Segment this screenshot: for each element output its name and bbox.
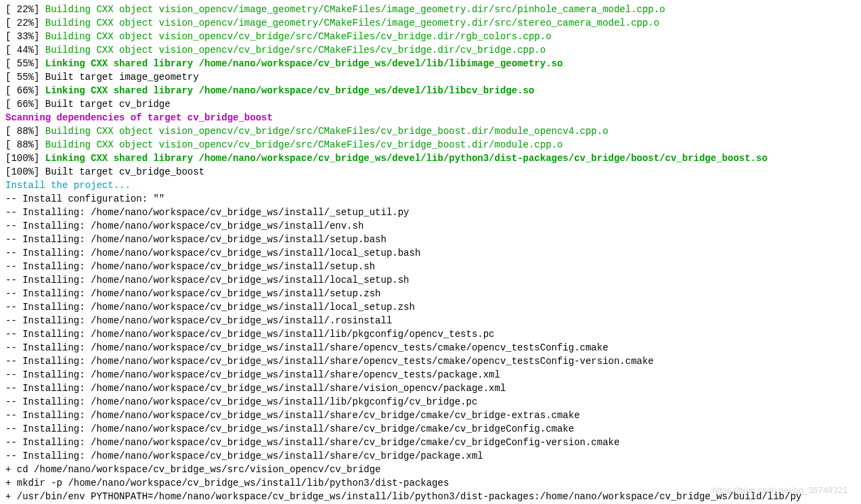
install-output-line: -- Installing: /home/nano/workspace/cv_b… [5, 219, 856, 233]
build-message: Building CXX object vision_opencv/cv_bri… [45, 139, 563, 150]
build-message: Linking CXX shared library /home/nano/wo… [45, 58, 563, 69]
build-message: Building CXX object vision_opencv/cv_bri… [45, 31, 552, 42]
install-output-line: -- Installing: /home/nano/workspace/cv_b… [5, 300, 856, 314]
build-output-line: [100%] Linking CXX shared library /home/… [5, 152, 856, 165]
progress-percent: [ 22%] [5, 4, 45, 15]
install-output-line: -- Installing: /home/nano/workspace/cv_b… [5, 273, 856, 287]
build-message: Building CXX object vision_opencv/cv_bri… [45, 45, 546, 55]
build-message: Built target cv_bridge [45, 99, 171, 110]
install-output-line: -- Installing: /home/nano/workspace/cv_b… [5, 314, 856, 327]
install-output-line: -- Installing: /home/nano/workspace/cv_b… [5, 287, 856, 300]
progress-percent: [ 44%] [5, 45, 45, 55]
install-output-line: -- Installing: /home/nano/workspace/cv_b… [5, 260, 856, 273]
build-output-line: [ 55%] Linking CXX shared library /home/… [5, 57, 856, 70]
progress-percent: [ 66%] [5, 85, 45, 96]
build-output-line: [ 66%] Linking CXX shared library /home/… [5, 84, 856, 97]
build-output-line: [ 55%] Built target image_geometry [5, 70, 856, 84]
progress-percent: [100%] [5, 153, 45, 164]
install-output-line: -- Installing: /home/nano/workspace/cv_b… [5, 327, 856, 341]
progress-percent: [ 88%] [5, 139, 45, 150]
build-message: Building CXX object vision_opencv/cv_bri… [45, 126, 609, 137]
install-output-line: -- Installing: /home/nano/workspace/cv_b… [5, 354, 856, 368]
build-output-line: [ 88%] Building CXX object vision_opencv… [5, 138, 856, 152]
build-output-line: [100%] Built target cv_bridge_boost [5, 165, 856, 179]
progress-percent: [ 55%] [5, 58, 45, 69]
install-output-line: -- Installing: /home/nano/workspace/cv_b… [5, 368, 856, 382]
install-output-line: + mkdir -p /home/nano/workspace/cv_bridg… [5, 476, 856, 490]
install-output-line: -- Installing: /home/nano/workspace/cv_b… [5, 233, 856, 246]
build-output-line: [ 33%] Building CXX object vision_opencv… [5, 30, 856, 43]
install-output-line: -- Installing: /home/nano/workspace/cv_b… [5, 382, 856, 395]
build-message: Linking CXX shared library /home/nano/wo… [45, 85, 535, 96]
install-output-line: + cd /home/nano/workspace/cv_bridge_ws/s… [5, 463, 856, 476]
progress-percent: [ 33%] [5, 31, 45, 42]
install-output-line: -- Installing: /home/nano/workspace/cv_b… [5, 449, 856, 463]
progress-percent: [ 66%] [5, 99, 45, 110]
install-output-line: + /usr/bin/env PYTHONPATH=/home/nano/wor… [5, 490, 856, 503]
install-output-line: -- Install configuration: "" [5, 192, 856, 206]
install-output-line: -- Installing: /home/nano/workspace/cv_b… [5, 341, 856, 354]
install-output-line: -- Installing: /home/nano/workspace/cv_b… [5, 422, 856, 436]
install-output-line: -- Installing: /home/nano/workspace/cv_b… [5, 395, 856, 409]
install-output-line: -- Installing: /home/nano/workspace/cv_b… [5, 436, 856, 449]
build-message: Building CXX object vision_opencv/image_… [45, 4, 665, 15]
progress-percent: [ 55%] [5, 72, 45, 83]
build-message: Built target image_geometry [45, 72, 199, 83]
install-output-line: -- Installing: /home/nano/workspace/cv_b… [5, 246, 856, 260]
terminal-output: [ 22%] Building CXX object vision_opencv… [5, 3, 856, 503]
build-output-line: [ 22%] Building CXX object vision_opencv… [5, 16, 856, 30]
install-header-line: Install the project... [5, 179, 856, 192]
build-output-line: [ 88%] Building CXX object vision_opencv… [5, 124, 856, 138]
build-output-line: [ 44%] Building CXX object vision_opencv… [5, 43, 856, 57]
progress-percent: [100%] [5, 166, 45, 177]
scanning-dependencies-line: Scanning dependencies of target cv_bridg… [5, 111, 856, 124]
build-output-line: [ 22%] Building CXX object vision_opencv… [5, 3, 856, 16]
install-output-line: -- Installing: /home/nano/workspace/cv_b… [5, 409, 856, 422]
progress-percent: [ 22%] [5, 18, 45, 28]
build-message: Linking CXX shared library /home/nano/wo… [45, 153, 768, 164]
build-output-line: [ 66%] Built target cv_bridge [5, 97, 856, 111]
build-message: Building CXX object vision_opencv/image_… [45, 18, 659, 28]
progress-percent: [ 88%] [5, 126, 45, 137]
build-message: Built target cv_bridge_boost [45, 166, 204, 177]
install-output-line: -- Installing: /home/nano/workspace/cv_b… [5, 206, 856, 219]
